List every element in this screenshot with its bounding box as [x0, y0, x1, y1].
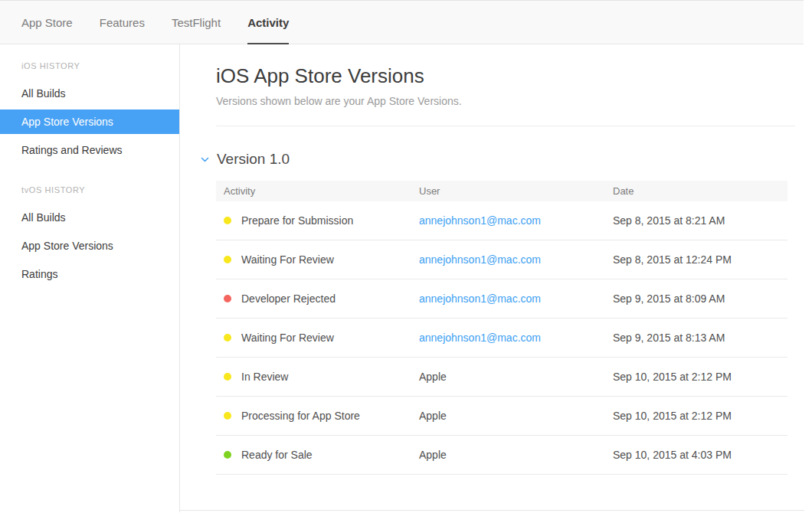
sidebar-item-ios-ratings-and-reviews[interactable]: Ratings and Reviews: [0, 138, 179, 162]
user-name: Apple: [419, 449, 447, 461]
activity-label: Waiting For Review: [241, 332, 334, 344]
activity-date: Sep 10, 2015 at 2:12 PM: [605, 358, 787, 397]
table-row: Prepare for Submission annejohnson1@mac.…: [216, 201, 787, 240]
table-row: Waiting For Review annejohnson1@mac.com …: [216, 240, 787, 279]
column-header-date: Date: [605, 181, 787, 201]
table-row: Waiting For Review annejohnson1@mac.com …: [216, 319, 787, 358]
user-name: Apple: [419, 410, 447, 422]
status-dot: [224, 451, 231, 459]
activity-date: Sep 10, 2015 at 4:03 PM: [605, 436, 787, 475]
nav-tab-testflight[interactable]: TestFlight: [172, 1, 221, 44]
user-email-link[interactable]: annejohnson1@mac.com: [419, 214, 541, 227]
page-subtitle: Versions shown below are your App Store …: [216, 95, 795, 107]
sidebar-item-tvos-app-store-versions[interactable]: App Store Versions: [0, 234, 179, 258]
activity-date: Sep 8, 2015 at 12:24 PM: [605, 240, 787, 279]
content-area: iOS HISTORY All Builds App Store Version…: [0, 44, 812, 512]
activity-date: Sep 8, 2015 at 8:21 AM: [605, 201, 787, 240]
activity-label: Waiting For Review: [241, 253, 334, 266]
user-email-link[interactable]: annejohnson1@mac.com: [419, 253, 541, 266]
table-header-row: Activity User Date: [216, 181, 787, 201]
activity-label: Ready for Sale: [241, 449, 313, 461]
table-row: Processing for App Store Apple Sep 10, 2…: [216, 397, 787, 436]
status-dot: [224, 412, 231, 420]
top-navigation: App Store Features TestFlight Activity: [0, 0, 804, 44]
content-divider: [216, 126, 795, 126]
sidebar-item-tvos-all-builds[interactable]: All Builds: [0, 205, 179, 230]
version-section: Version 1.0 Activity User Date Prepare f…: [216, 151, 795, 475]
sidebar-section-label-tvos-history: tvOS HISTORY: [0, 185, 179, 194]
sidebar-item-ios-app-store-versions[interactable]: App Store Versions: [0, 109, 179, 134]
footer-divider: [180, 510, 804, 511]
sidebar-item-ios-all-builds[interactable]: All Builds: [0, 81, 179, 106]
nav-tab-features[interactable]: Features: [100, 1, 145, 44]
version-title: Version 1.0: [217, 151, 290, 168]
activity-label: Developer Rejected: [241, 292, 336, 305]
column-header-user: User: [411, 181, 605, 201]
activity-date: Sep 9, 2015 at 8:13 AM: [605, 319, 787, 358]
status-dot: [224, 373, 231, 381]
sidebar-section-ios-history: iOS HISTORY All Builds App Store Version…: [0, 61, 179, 162]
page-title: iOS App Store Versions: [216, 64, 795, 88]
table-row: In Review Apple Sep 10, 2015 at 2:12 PM: [216, 358, 787, 397]
activity-date: Sep 10, 2015 at 2:12 PM: [605, 397, 787, 436]
user-name: Apple: [419, 371, 447, 383]
version-header-toggle[interactable]: Version 1.0: [201, 151, 795, 168]
table-row: Ready for Sale Apple Sep 10, 2015 at 4:0…: [216, 436, 787, 475]
status-dot: [224, 256, 231, 263]
activity-table: Activity User Date Prepare for Submissio…: [216, 181, 787, 475]
nav-tab-app-store[interactable]: App Store: [21, 1, 73, 44]
status-dot: [224, 334, 231, 341]
table-row: Developer Rejected annejohnson1@mac.com …: [216, 279, 787, 319]
chevron-down-icon: [201, 157, 209, 162]
sidebar-section-tvos-history: tvOS HISTORY All Builds App Store Versio…: [0, 185, 179, 286]
sidebar-section-label-ios-history: iOS HISTORY: [0, 61, 179, 70]
activity-label: In Review: [241, 371, 288, 383]
activity-label: Processing for App Store: [241, 410, 360, 422]
column-header-activity: Activity: [216, 181, 411, 201]
user-email-link[interactable]: annejohnson1@mac.com: [419, 332, 541, 344]
sidebar-item-tvos-ratings[interactable]: Ratings: [0, 262, 179, 286]
sidebar: iOS HISTORY All Builds App Store Version…: [0, 44, 180, 512]
status-dot: [224, 217, 231, 224]
activity-date: Sep 9, 2015 at 8:09 AM: [605, 279, 787, 319]
user-email-link[interactable]: annejohnson1@mac.com: [419, 292, 541, 305]
status-dot: [224, 295, 231, 302]
nav-tab-activity[interactable]: Activity: [247, 1, 289, 44]
activity-label: Prepare for Submission: [241, 214, 353, 227]
main-content: iOS App Store Versions Versions shown be…: [180, 44, 812, 512]
